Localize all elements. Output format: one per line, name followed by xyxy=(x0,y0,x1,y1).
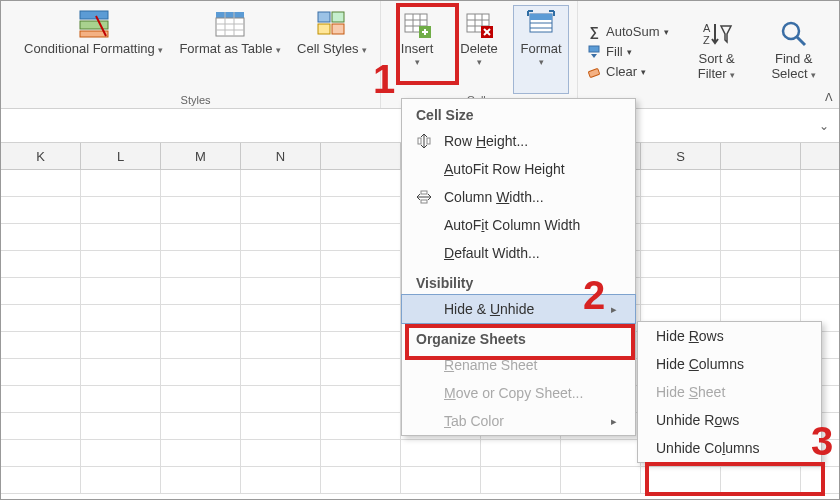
menu-autofit-row-label: AutoFit Row Height xyxy=(444,161,565,177)
chevron-down-icon: ▾ xyxy=(641,67,646,77)
svg-rect-1 xyxy=(80,21,108,29)
submenu-unhide-rows-label: Unhide Rows xyxy=(656,412,739,428)
section-organize: Organize Sheets xyxy=(402,323,635,351)
find-select-label: Find & Select ▾ xyxy=(762,52,826,82)
menu-tab-color[interactable]: Tab Color ▸ xyxy=(402,407,635,435)
svg-rect-10 xyxy=(318,12,330,22)
svg-rect-11 xyxy=(332,12,344,22)
group-styles: Conditional Formatting ▾ Format as Table… xyxy=(1,1,381,108)
col-header[interactable]: K xyxy=(1,143,81,169)
grid-row[interactable] xyxy=(1,467,839,494)
menu-rename-sheet[interactable]: Rename Sheet xyxy=(402,351,635,379)
menu-autofit-column[interactable]: AutoFit Column Width xyxy=(402,211,635,239)
group-editing: ∑ AutoSum ▾ Fill ▾ Clear ▾ xyxy=(578,1,839,108)
submenu-arrow-icon: ▸ xyxy=(611,303,617,316)
insert-label: Insert xyxy=(401,42,434,57)
svg-rect-4 xyxy=(216,12,244,18)
format-label: Format xyxy=(520,42,561,57)
menu-column-width-label: Column Width... xyxy=(444,189,544,205)
submenu-unhide-rows[interactable]: Unhide Rows xyxy=(638,406,821,434)
col-header[interactable]: L xyxy=(81,143,161,169)
chevron-down-icon: ▾ xyxy=(539,57,544,67)
svg-rect-12 xyxy=(318,24,330,34)
eraser-icon xyxy=(586,64,602,80)
submenu-hide-rows[interactable]: Hide Rows xyxy=(638,322,821,350)
submenu-hide-sheet[interactable]: Hide Sheet xyxy=(638,378,821,406)
menu-hide-unhide[interactable]: Hide & Unhide ▸ xyxy=(401,294,636,324)
svg-rect-5 xyxy=(216,18,244,36)
delete-cells-icon xyxy=(463,8,495,40)
conditional-formatting-label: Conditional Formatting ▾ xyxy=(24,42,163,57)
chevron-down-icon: ▾ xyxy=(627,47,632,57)
conditional-formatting-button[interactable]: Conditional Formatting ▾ xyxy=(19,5,168,94)
col-header[interactable]: M xyxy=(161,143,241,169)
sort-filter-icon: AZ xyxy=(701,18,733,50)
submenu-arrow-icon: ▸ xyxy=(611,415,617,428)
submenu-hide-rows-label: Hide Rows xyxy=(656,328,724,344)
delete-button[interactable]: Delete ▾ xyxy=(451,5,507,94)
chevron-down-icon: ▾ xyxy=(664,27,669,37)
menu-row-height[interactable]: Row Height... xyxy=(402,127,635,155)
sort-filter-button[interactable]: AZ Sort & Filter ▾ xyxy=(683,15,751,85)
svg-rect-42 xyxy=(421,191,427,194)
menu-rename-sheet-label: Rename Sheet xyxy=(444,357,537,373)
row-height-icon xyxy=(414,131,434,151)
group-cells: Insert ▾ Delete ▾ Format ▾ Cells xyxy=(381,1,578,108)
svg-rect-31 xyxy=(530,14,552,20)
group-styles-label: Styles xyxy=(181,94,211,108)
menu-default-width[interactable]: Default Width... xyxy=(402,239,635,267)
col-header[interactable]: S xyxy=(641,143,721,169)
fill-button[interactable]: Fill ▾ xyxy=(586,43,668,61)
menu-move-copy-sheet[interactable]: Move or Copy Sheet... xyxy=(402,379,635,407)
cell-styles-icon xyxy=(316,8,348,40)
magnifier-icon xyxy=(778,18,810,50)
format-as-table-icon xyxy=(214,8,246,40)
col-header[interactable] xyxy=(321,143,401,169)
svg-text:A: A xyxy=(703,22,711,34)
formula-bar-expand-icon[interactable]: ⌄ xyxy=(819,119,829,133)
menu-hide-unhide-label: Hide & Unhide xyxy=(444,301,534,317)
conditional-formatting-icon xyxy=(78,8,110,40)
menu-default-width-label: Default Width... xyxy=(444,245,540,261)
column-width-icon xyxy=(414,187,434,207)
format-cells-icon xyxy=(525,8,557,40)
menu-column-width[interactable]: Column Width... xyxy=(402,183,635,211)
menu-move-copy-label: Move or Copy Sheet... xyxy=(444,385,583,401)
submenu-unhide-columns[interactable]: Unhide Columns xyxy=(638,434,821,462)
menu-tab-color-label: Tab Color xyxy=(444,413,504,429)
svg-point-38 xyxy=(783,23,799,39)
menu-row-height-label: Row Height... xyxy=(444,133,528,149)
cell-styles-button[interactable]: Cell Styles ▾ xyxy=(292,5,372,94)
format-as-table-label: Format as Table ▾ xyxy=(179,42,281,57)
clear-button[interactable]: Clear ▾ xyxy=(586,63,668,81)
hide-unhide-submenu: Hide Rows Hide Columns Hide Sheet Unhide… xyxy=(637,321,822,463)
fill-down-icon xyxy=(586,44,602,60)
svg-line-39 xyxy=(797,37,805,45)
fill-label: Fill xyxy=(606,44,623,59)
svg-rect-13 xyxy=(332,24,344,34)
group-editing-label xyxy=(707,94,710,108)
chevron-down-icon: ▾ xyxy=(415,57,420,67)
sigma-icon: ∑ xyxy=(586,24,602,40)
format-button[interactable]: Format ▾ xyxy=(513,5,569,94)
svg-rect-41 xyxy=(427,138,430,144)
cell-styles-label: Cell Styles ▾ xyxy=(297,42,367,57)
svg-rect-34 xyxy=(589,46,599,52)
autosum-label: AutoSum xyxy=(606,24,659,39)
find-select-button[interactable]: Find & Select ▾ xyxy=(757,15,831,85)
menu-autofit-column-label: AutoFit Column Width xyxy=(444,217,580,233)
chevron-down-icon: ▾ xyxy=(477,57,482,67)
col-header[interactable] xyxy=(721,143,801,169)
collapse-ribbon-icon[interactable]: ᐱ xyxy=(825,91,833,104)
svg-rect-0 xyxy=(80,11,108,19)
svg-rect-35 xyxy=(588,68,599,77)
insert-button[interactable]: Insert ▾ xyxy=(389,5,445,94)
submenu-hide-columns-label: Hide Columns xyxy=(656,356,744,372)
submenu-hide-columns[interactable]: Hide Columns xyxy=(638,350,821,378)
svg-rect-43 xyxy=(421,200,427,203)
ribbon: Conditional Formatting ▾ Format as Table… xyxy=(1,1,839,109)
autosum-button[interactable]: ∑ AutoSum ▾ xyxy=(586,23,668,41)
col-header[interactable]: N xyxy=(241,143,321,169)
format-as-table-button[interactable]: Format as Table ▾ xyxy=(174,5,286,94)
menu-autofit-row[interactable]: AutoFit Row Height xyxy=(402,155,635,183)
